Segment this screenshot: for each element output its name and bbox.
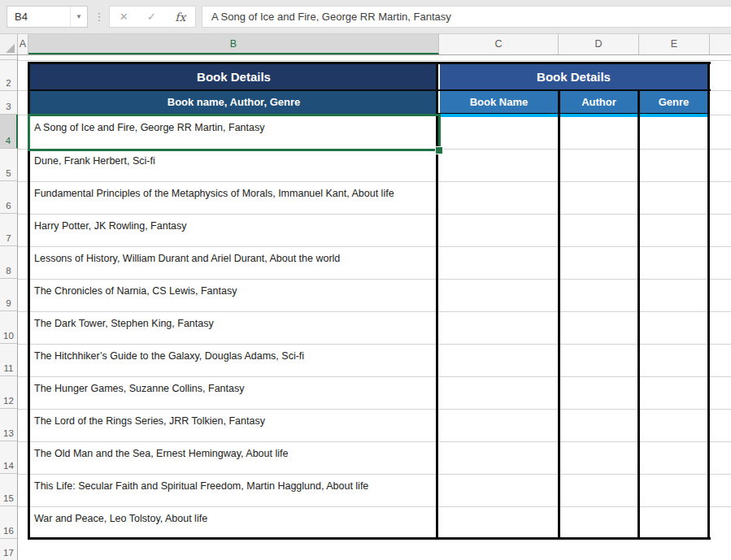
column-header-f-partial[interactable] bbox=[710, 34, 731, 54]
formula-input[interactable]: A Song of Ice and Fire, George RR Martin… bbox=[202, 6, 731, 28]
cell-b9[interactable]: The Chronicles of Narnia, CS Lewis, Fant… bbox=[30, 279, 437, 311]
name-box-value: B4 bbox=[7, 11, 70, 23]
table-border bbox=[637, 89, 640, 540]
select-all-triangle-icon bbox=[6, 44, 15, 53]
table-border bbox=[558, 89, 560, 540]
column-header-e[interactable]: E bbox=[639, 34, 710, 54]
gridline bbox=[18, 60, 731, 61]
column-header-d[interactable]: D bbox=[559, 34, 639, 54]
select-all-button[interactable] bbox=[0, 34, 18, 54]
column-header-a[interactable]: A bbox=[18, 34, 28, 54]
row-header-column: 2 3 4 5 6 7 8 9 10 11 12 13 14 15 16 17 bbox=[0, 55, 18, 560]
fill-handle[interactable] bbox=[435, 146, 443, 154]
row-header-16[interactable]: 16 bbox=[0, 506, 17, 539]
selection-border-right bbox=[438, 114, 441, 146]
result-column-c-cells[interactable] bbox=[440, 117, 558, 537]
name-box[interactable]: B4 ▼ bbox=[7, 6, 88, 28]
row-header-17[interactable]: 17 bbox=[0, 539, 17, 560]
cell-b14[interactable]: The Old Man and the Sea, Ernest Hemingwa… bbox=[30, 441, 437, 474]
table-border bbox=[28, 89, 711, 91]
result-table-header-cell[interactable]: Book Details bbox=[440, 64, 707, 89]
selection-border-bottom bbox=[28, 149, 437, 151]
row-header-15[interactable]: 15 bbox=[0, 474, 17, 506]
row-header-7[interactable]: 7 bbox=[0, 214, 17, 246]
result-column-header-book-name[interactable]: Book Name bbox=[440, 91, 558, 114]
table-border bbox=[28, 62, 711, 64]
formula-bar-handle-icon: ⋮ bbox=[94, 7, 105, 27]
row-header-6[interactable]: 6 bbox=[0, 181, 17, 214]
row-header-14[interactable]: 14 bbox=[0, 441, 17, 474]
table-border bbox=[28, 537, 711, 540]
cell-b11[interactable]: The Hitchhiker’s Guide to the Galaxy, Do… bbox=[30, 344, 437, 376]
cell-b13[interactable]: The Lord of the Rings Series, JRR Tolkie… bbox=[30, 409, 437, 441]
formula-text: A Song of Ice and Fire, George RR Martin… bbox=[202, 11, 451, 23]
row-header-4[interactable]: 4 bbox=[0, 115, 18, 149]
selection-border-left bbox=[28, 114, 30, 151]
source-table-subheader-cell[interactable]: Book name, Author, Genre bbox=[30, 91, 437, 114]
row-header-5[interactable]: 5 bbox=[0, 149, 17, 181]
cell-b10[interactable]: The Dark Tower, Stephen King, Fantasy bbox=[30, 311, 437, 344]
formula-button-group: ✕ ✓ fx bbox=[109, 6, 196, 28]
cell-b6[interactable]: Fundamental Principles of the Metaphysic… bbox=[30, 181, 437, 214]
result-column-d-cells[interactable] bbox=[560, 117, 637, 537]
row-header-12[interactable]: 12 bbox=[0, 376, 17, 409]
result-column-header-genre[interactable]: Genre bbox=[640, 91, 707, 114]
cell-b15[interactable]: This Life: Secular Faith and Spiritual F… bbox=[30, 474, 437, 506]
row-header-9[interactable]: 9 bbox=[0, 279, 17, 311]
excel-window: B4 ▼ ⋮ ✕ ✓ fx A Song of Ice and Fire, Ge… bbox=[0, 0, 731, 560]
source-table-header-cell[interactable]: Book Details bbox=[30, 64, 437, 89]
cell-b12[interactable]: The Hunger Games, Suzanne Collins, Fanta… bbox=[30, 376, 437, 409]
row-header-3[interactable]: 3 bbox=[0, 91, 17, 115]
selection-border-top bbox=[28, 114, 440, 116]
row-header-8[interactable]: 8 bbox=[0, 246, 17, 279]
cell-b8[interactable]: Lessons of History, William Durant and A… bbox=[30, 246, 437, 279]
cell-b4[interactable]: A Song of Ice and Fire, George RR Martin… bbox=[30, 115, 437, 149]
cell-b7[interactable]: Harry Potter, JK Rowling, Fantasy bbox=[30, 214, 437, 246]
row-header-10[interactable]: 10 bbox=[0, 311, 17, 344]
result-column-e-cells[interactable] bbox=[640, 117, 707, 537]
column-header-c[interactable]: C bbox=[439, 34, 559, 54]
enter-icon[interactable]: ✓ bbox=[147, 11, 156, 23]
insert-function-icon[interactable]: fx bbox=[175, 11, 185, 24]
formula-bar-strip: B4 ▼ ⋮ ✕ ✓ fx A Song of Ice and Fire, Ge… bbox=[0, 0, 731, 34]
cancel-icon[interactable]: ✕ bbox=[120, 11, 128, 23]
cell-b16[interactable]: War and Peace, Leo Tolstoy, About life bbox=[30, 506, 437, 537]
table-border bbox=[707, 62, 710, 540]
row-header-2[interactable]: 2 bbox=[0, 60, 17, 91]
row-header-13[interactable]: 13 bbox=[0, 409, 17, 441]
table-border bbox=[437, 113, 710, 114]
column-header-row: A B C D E bbox=[0, 34, 731, 55]
row-header-11[interactable]: 11 bbox=[0, 344, 17, 376]
cell-b5[interactable]: Dune, Frank Herbert, Sci-fi bbox=[30, 149, 437, 181]
result-column-header-author[interactable]: Author bbox=[560, 91, 637, 114]
column-header-b[interactable]: B bbox=[28, 34, 439, 54]
name-box-dropdown-icon[interactable]: ▼ bbox=[70, 7, 87, 27]
